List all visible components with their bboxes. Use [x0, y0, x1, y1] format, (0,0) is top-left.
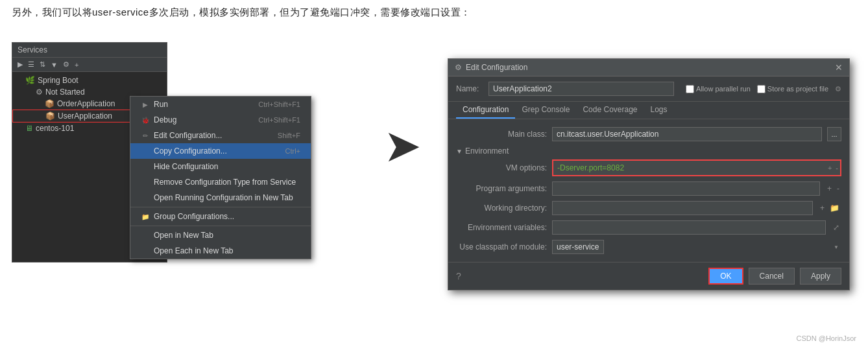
workdir-plus-icon[interactable]: +: [818, 204, 826, 213]
classpath-row: Use classpath of module: user-service: [456, 237, 841, 257]
prog-plus-icon[interactable]: +: [825, 184, 834, 193]
main-class-browse-button[interactable]: ...: [827, 127, 841, 141]
dialog-checkboxes: Allow parallel run Store as project file…: [686, 85, 841, 93]
prog-minus-icon[interactable]: -: [835, 184, 841, 193]
tree-item-springboot[interactable]: 🌿 Spring Boot: [12, 75, 167, 86]
group-menu-icon: 📁: [141, 213, 150, 220]
allow-parallel-label[interactable]: Allow parallel run: [686, 85, 751, 93]
vm-minus-icon[interactable]: -: [834, 164, 840, 172]
run-shortcut: Ctrl+Shift+F1: [258, 100, 300, 108]
main-class-row: Main class: ...: [456, 124, 841, 144]
menu-item-edit[interactable]: ✏ Edit Configuration... Shift+F: [130, 128, 311, 143]
store-gear-icon: ⚙: [835, 85, 841, 93]
classpath-select-wrapper: user-service: [552, 240, 841, 254]
menu-debug-label: Debug: [154, 115, 176, 124]
ok-button[interactable]: OK: [708, 268, 743, 285]
collapse-icon[interactable]: ☰: [27, 60, 36, 69]
apply-button[interactable]: Apply: [800, 268, 841, 285]
debug-menu-icon: 🐞: [141, 117, 150, 124]
working-dir-input[interactable]: [552, 201, 813, 215]
tab-configuration[interactable]: Configuration: [456, 102, 515, 119]
env-vars-input[interactable]: [552, 220, 826, 235]
menu-item-run[interactable]: ▶ Run Ctrl+Shift+F1: [130, 97, 311, 112]
name-input[interactable]: [488, 82, 674, 96]
env-vars-row: Environment variables: ⤢: [456, 218, 841, 237]
program-args-row: Program arguments: + -: [456, 179, 841, 198]
menu-copy-label: Copy Configuration...: [154, 146, 227, 156]
workdir-folder-icon[interactable]: 📁: [828, 204, 841, 213]
expand-icon[interactable]: ⇅: [38, 60, 47, 69]
vm-options-row: VM options: + -: [456, 157, 841, 179]
environment-label: Environment: [465, 146, 509, 156]
vm-plus-icon[interactable]: +: [826, 164, 834, 172]
big-arrow: ➤: [383, 123, 422, 169]
menu-hide-label: Hide Configuration: [154, 162, 218, 171]
allow-parallel-checkbox[interactable]: [686, 85, 694, 93]
spring-icon: 🌿: [25, 76, 35, 85]
main-class-input[interactable]: [552, 127, 822, 141]
menu-item-hide[interactable]: Hide Configuration: [130, 159, 311, 174]
settings-icon[interactable]: ⚙: [62, 60, 71, 69]
menu-item-copy[interactable]: Copy Configuration... Ctrl+: [130, 143, 311, 159]
menu-item-remove[interactable]: Remove Configuration Type from Service: [130, 174, 311, 190]
menu-remove-label: Remove Configuration Type from Service: [154, 178, 296, 187]
dialog-footer: ? OK Cancel Apply: [448, 262, 849, 290]
environment-toggle[interactable]: ▼: [456, 148, 463, 155]
footer-buttons: OK Cancel Apply: [708, 268, 841, 285]
classpath-select[interactable]: user-service: [552, 240, 604, 254]
working-dir-actions: + 📁: [818, 204, 841, 213]
cancel-button[interactable]: Cancel: [749, 268, 795, 285]
store-as-project-text: Store as project file: [767, 85, 828, 93]
environment-section-header: ▼ Environment: [456, 144, 841, 157]
main-class-label: Main class:: [456, 130, 547, 139]
vm-options-input-wrapper: + -: [552, 159, 841, 176]
services-header: Services: [12, 43, 167, 58]
menu-item-debug[interactable]: 🐞 Debug Ctrl+Shift+F1: [130, 112, 311, 128]
store-as-project-label[interactable]: Store as project file: [757, 85, 828, 93]
dialog-name-row: Name: Allow parallel run Store as projec…: [448, 76, 849, 102]
store-as-project-checkbox[interactable]: [757, 85, 766, 93]
userapplication-label: UserApplication: [58, 111, 112, 121]
page-title: 另外，我们可以将user-service多次启动，模拟多实例部署，但为了避免端口…: [12, 6, 471, 19]
vm-options-label: VM options:: [456, 163, 547, 172]
menu-item-openeachnewtab[interactable]: Open Each in New Tab: [130, 243, 311, 259]
classpath-label: Use classpath of module:: [456, 242, 547, 251]
services-label: Services: [18, 45, 47, 54]
copy-shortcut: Ctrl+: [285, 147, 300, 155]
menu-edit-label: Edit Configuration...: [154, 131, 222, 140]
dialog-titlebar: ⚙ Edit Configuration ✕: [448, 59, 849, 76]
add-icon[interactable]: +: [73, 60, 80, 69]
envvars-expand-icon[interactable]: ⤢: [831, 223, 841, 232]
menu-openrunning-label: Open Running Configuration in New Tab: [154, 193, 293, 202]
centos-label: centos-101: [36, 124, 74, 133]
menu-group-label: Group Configurations...: [154, 212, 234, 221]
services-toolbar: ▶ ☰ ⇅ ▼ ⚙ +: [12, 58, 167, 72]
filter-icon[interactable]: ▼: [49, 60, 59, 69]
watermark: CSDN @HorinJsor: [797, 334, 856, 342]
run-menu-icon: ▶: [141, 101, 150, 108]
help-icon[interactable]: ?: [456, 271, 461, 281]
dialog-close-button[interactable]: ✕: [835, 62, 843, 73]
program-args-actions: + -: [825, 184, 841, 193]
dialog-title-text: Edit Configuration: [466, 63, 527, 72]
menu-openeachnewtab-label: Open Each in New Tab: [154, 246, 234, 255]
program-args-input[interactable]: [552, 181, 820, 196]
tab-grep-console[interactable]: Grep Console: [515, 102, 576, 119]
tab-code-coverage[interactable]: Code Coverage: [576, 102, 644, 119]
dialog-title: ⚙ Edit Configuration: [455, 63, 527, 72]
name-label: Name:: [456, 84, 482, 93]
run-icon[interactable]: ▶: [16, 60, 24, 69]
orderapplication-label: OrderApplication: [57, 99, 115, 108]
menu-item-openrunning[interactable]: Open Running Configuration in New Tab: [130, 190, 311, 205]
vm-options-input[interactable]: [553, 161, 826, 175]
tab-logs[interactable]: Logs: [644, 102, 674, 119]
gear-icon: ⚙: [36, 88, 43, 97]
menu-run-label: Run: [154, 100, 168, 109]
menu-item-group[interactable]: 📁 Group Configurations...: [130, 209, 311, 224]
menu-separator-2: [130, 226, 311, 226]
edit-menu-icon: ✏: [141, 132, 150, 139]
menu-item-opennewtab[interactable]: Open in New Tab: [130, 228, 311, 243]
debug-shortcut: Ctrl+Shift+F1: [258, 116, 300, 124]
arrow-container: ➤: [370, 120, 435, 172]
allow-parallel-text: Allow parallel run: [696, 85, 751, 93]
